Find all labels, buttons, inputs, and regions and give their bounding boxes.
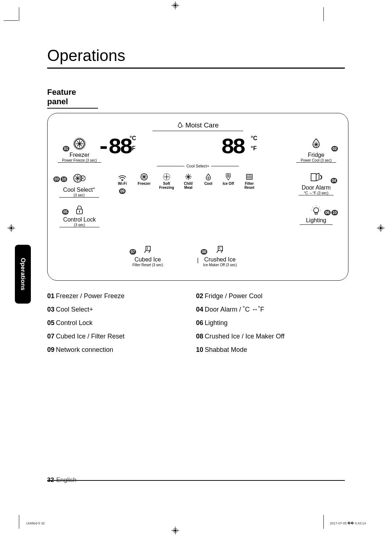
crushed-ice-label: Crushed Ice xyxy=(196,256,244,263)
registration-mark-icon xyxy=(171,1,179,9)
badge-05: 05 xyxy=(62,209,69,215)
moist-care-label: + Moist Care xyxy=(152,121,243,131)
chill-meat-label: Chill/ xyxy=(181,182,196,186)
soft-freezing-icon xyxy=(162,173,171,181)
svg-text:+: + xyxy=(182,125,183,128)
badge-01: 01 xyxy=(63,146,69,151)
cubed-ice-label: Cubed Ice xyxy=(126,256,170,263)
fridge-sub: Power Cool (3 sec) xyxy=(296,158,336,163)
door-alarm-icon xyxy=(310,172,323,183)
fridge-temp-display: 88 xyxy=(221,134,244,160)
ice-off-icon: ICEOFF xyxy=(224,173,233,181)
unit-f: °F xyxy=(130,145,136,152)
soft-freezing-label: Soft xyxy=(159,182,175,186)
freezer-label: Freezer xyxy=(58,152,101,158)
crushed-ice-sub: Ice Maker Off (3 sec) xyxy=(196,263,244,267)
freezer-sub: Power Freeze (3 sec) xyxy=(58,158,101,163)
cool-select-line: Cool Select+ xyxy=(48,164,348,168)
svg-point-64 xyxy=(314,208,319,213)
door-alarm-label: Door Alarm xyxy=(294,184,338,191)
registration-mark-icon xyxy=(377,224,385,232)
crop-mark xyxy=(19,515,19,529)
badge-09: 09 xyxy=(119,188,126,194)
cubed-ice-sub: Filter Reset (3 sec) xyxy=(126,263,170,267)
moist-care-text: Moist Care xyxy=(185,121,219,129)
unit-c: °C xyxy=(251,135,257,142)
doc-id: Untitled-5 32 xyxy=(26,521,45,525)
fridge-label: Fridge xyxy=(294,152,338,158)
badge-02: 02 xyxy=(331,146,338,151)
crop-mark xyxy=(323,7,324,21)
section-subtitle: Feature panel xyxy=(47,88,98,109)
crushed-ice-icon xyxy=(215,245,225,255)
cool-select-sub: (3 sec) xyxy=(59,193,99,198)
snowflake-circle-icon xyxy=(73,137,86,150)
badge-10: 10 xyxy=(331,210,338,215)
svg-line-70 xyxy=(318,207,319,208)
cool-mode-label: Cool xyxy=(202,182,215,186)
control-lock-label: Control Lock xyxy=(58,216,101,223)
lightbulb-icon xyxy=(310,205,322,216)
page-title: Operations xyxy=(47,46,345,69)
svg-text:OFF: OFF xyxy=(227,175,230,177)
badge-06: 06 xyxy=(324,210,331,215)
wifi-icon xyxy=(118,173,127,181)
unit-c: °C xyxy=(130,135,136,142)
freezer-mode-icon xyxy=(140,173,148,181)
badge-10: 10 xyxy=(61,176,67,182)
crop-mark xyxy=(19,7,19,21)
ice-off-label: Ice Off xyxy=(221,182,236,186)
side-tab-operations: Operations xyxy=(15,245,31,304)
registration-mark-icon xyxy=(171,527,179,535)
legend-list: 01Freezer / Power Freeze 02Fridge / Powe… xyxy=(47,289,345,356)
cool-mode-icon xyxy=(204,173,212,181)
badge-03: 03 xyxy=(53,176,60,182)
crop-mark xyxy=(323,515,324,529)
cool-select-icon xyxy=(73,172,86,184)
footer-rule xyxy=(47,480,345,481)
chill-meat-icon xyxy=(184,173,193,181)
feature-panel-diagram: + Moist Care 01 Freezer Power Freeze (3 … xyxy=(47,113,348,281)
svg-line-69 xyxy=(313,207,314,208)
cubed-ice-icon xyxy=(142,245,153,255)
cool-select-label: Cool Select+ xyxy=(56,186,103,193)
freezer-mode-label: Freezer xyxy=(136,182,152,186)
badge-04: 04 xyxy=(331,178,337,183)
lock-icon xyxy=(74,205,85,215)
svg-point-35 xyxy=(122,180,123,181)
moist-care-icon: + xyxy=(177,122,183,128)
svg-point-48 xyxy=(188,176,189,178)
freezer-temp-display: -88 xyxy=(97,134,131,160)
lighting-label: Lighting xyxy=(294,217,338,224)
wifi-label: Wi-Fi xyxy=(115,182,130,186)
filter-reset-icon xyxy=(245,173,254,181)
crop-mark xyxy=(4,20,18,21)
door-alarm-sub: °C ↔°F (3 sec) xyxy=(299,191,334,195)
badge-07: 07 xyxy=(130,249,136,255)
registration-mark-icon xyxy=(7,224,15,232)
badge-08: 08 xyxy=(201,249,207,255)
snowflake-drop-icon xyxy=(310,137,323,150)
filter-reset-label: Filter xyxy=(242,182,257,186)
unit-f: °F xyxy=(251,145,257,152)
timestamp: 2017-07-05 �� 6:43:14 xyxy=(330,521,366,525)
svg-rect-60 xyxy=(311,174,316,181)
control-lock-sub: (3 sec) xyxy=(60,223,99,227)
